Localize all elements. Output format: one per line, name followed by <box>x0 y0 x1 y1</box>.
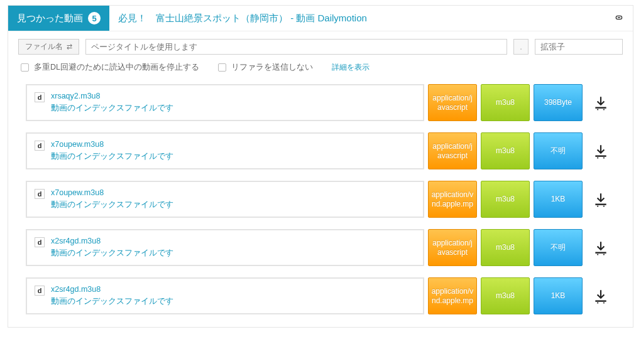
list-item: dx7oupew.m3u8動画のインデックスファイルですapplication/… <box>26 181 615 218</box>
svg-rect-10 <box>597 254 598 255</box>
svg-rect-6 <box>595 203 606 205</box>
item-filename: x2sr4gd.m3u8 <box>51 285 173 294</box>
size-badge: 1KB <box>534 277 583 314</box>
source-badge-icon: d <box>35 141 45 151</box>
svg-rect-11 <box>603 254 605 255</box>
mime-badge: application/javascript <box>428 84 477 121</box>
item-text: xrsaqy2.m3u8動画のインデックスファイルです <box>51 92 173 114</box>
svg-rect-2 <box>603 109 605 110</box>
extension-input[interactable] <box>535 39 623 55</box>
download-button[interactable] <box>586 277 615 314</box>
size-badge: 398Byte <box>534 84 583 121</box>
item-card[interactable]: dx7oupew.m3u8動画のインデックスファイルです <box>26 132 424 169</box>
svg-rect-4 <box>597 157 598 158</box>
tab-count-badge: 5 <box>88 12 101 24</box>
size-badge: 不明 <box>534 229 583 266</box>
svg-rect-0 <box>595 107 606 108</box>
mime-badge: application/vnd.apple.mp <box>428 181 477 218</box>
size-badge: 不明 <box>534 132 583 169</box>
ext-badge: m3u8 <box>481 84 530 121</box>
show-details-link[interactable]: 詳細を表示 <box>332 63 370 72</box>
download-button[interactable] <box>586 84 615 121</box>
item-text: x2sr4gd.m3u8動画のインデックスファイルです <box>51 285 173 307</box>
checkbox-stop-loading-label: 多重DL回避のために読込中の動画を停止する <box>34 62 199 73</box>
svg-rect-9 <box>595 252 606 253</box>
page-title: 必見！ 富士山絶景スポット（静岡市） - 動画 Dailymotion <box>109 13 605 24</box>
link-icon[interactable] <box>614 13 624 24</box>
item-card[interactable]: dx7oupew.m3u8動画のインデックスファイルです <box>26 181 424 218</box>
svg-rect-5 <box>603 157 605 158</box>
ext-badge: m3u8 <box>481 181 530 218</box>
item-description: 動画のインデックスファイルです <box>51 151 173 162</box>
list-item: dx2sr4gd.m3u8動画のインデックスファイルですapplication/… <box>26 229 615 266</box>
download-button[interactable] <box>586 132 615 169</box>
item-card[interactable]: dxrsaqy2.m3u8動画のインデックスファイルです <box>26 84 424 121</box>
item-filename: x7oupew.m3u8 <box>51 140 173 149</box>
filename-mode-label: ファイル名 <box>25 41 63 52</box>
source-badge-icon: d <box>35 92 45 102</box>
svg-rect-8 <box>603 205 605 206</box>
header: 見つかった動画 5 必見！ 富士山絶景スポット（静岡市） - 動画 Dailym… <box>8 6 633 31</box>
svg-rect-14 <box>603 302 605 303</box>
svg-rect-13 <box>597 302 598 303</box>
item-text: x7oupew.m3u8動画のインデックスファイルです <box>51 140 173 162</box>
svg-rect-7 <box>597 205 598 206</box>
item-description: 動画のインデックスファイルです <box>51 248 173 259</box>
checkbox-stop-loading[interactable]: 多重DL回避のために読込中の動画を停止する <box>21 62 199 73</box>
ext-badge: m3u8 <box>481 229 530 266</box>
filename-input[interactable] <box>85 39 507 55</box>
filename-mode-button[interactable]: ファイル名 ⇄ <box>18 39 79 55</box>
swap-icon: ⇄ <box>67 43 72 51</box>
item-card[interactable]: dx2sr4gd.m3u8動画のインデックスファイルです <box>26 229 424 266</box>
svg-rect-1 <box>597 109 598 110</box>
mime-badge: application/javascript <box>428 229 477 266</box>
tab-found-videos[interactable]: 見つかった動画 5 <box>8 6 109 31</box>
list-item: dxrsaqy2.m3u8動画のインデックスファイルですapplication/… <box>26 84 615 121</box>
source-badge-icon: d <box>35 286 45 296</box>
source-badge-icon: d <box>35 237 45 247</box>
tab-label: 見つかった動画 <box>17 13 83 24</box>
size-badge: 1KB <box>534 181 583 218</box>
item-card[interactable]: dx2sr4gd.m3u8動画のインデックスファイルです <box>26 277 424 314</box>
item-filename: xrsaqy2.m3u8 <box>51 92 173 100</box>
svg-rect-3 <box>595 155 606 156</box>
item-description: 動画のインデックスファイルです <box>51 296 173 307</box>
ext-badge: m3u8 <box>481 132 530 169</box>
checkbox-no-referrer[interactable]: リファラを送信しない <box>218 62 313 73</box>
item-filename: x2sr4gd.m3u8 <box>51 237 173 245</box>
list-item: dx2sr4gd.m3u8動画のインデックスファイルですapplication/… <box>26 277 615 314</box>
mime-badge: application/javascript <box>428 132 477 169</box>
item-text: x2sr4gd.m3u8動画のインデックスファイルです <box>51 237 173 259</box>
checkbox-no-referrer-label: リファラを送信しない <box>231 62 313 73</box>
item-filename: x7oupew.m3u8 <box>51 188 173 197</box>
ext-badge: m3u8 <box>481 277 530 314</box>
source-badge-icon: d <box>35 189 45 199</box>
item-text: x7oupew.m3u8動画のインデックスファイルです <box>51 188 173 210</box>
options-row: 多重DL回避のために読込中の動画を停止する リファラを送信しない 詳細を表示 <box>8 60 633 84</box>
item-description: 動画のインデックスファイルです <box>51 200 173 210</box>
checkbox-icon <box>21 63 29 72</box>
list-item: dx7oupew.m3u8動画のインデックスファイルですapplication/… <box>26 132 615 169</box>
checkbox-icon <box>218 63 226 72</box>
download-button[interactable] <box>586 229 615 266</box>
svg-rect-12 <box>595 300 606 301</box>
filename-row: ファイル名 ⇄ . <box>8 31 633 60</box>
dot-separator: . <box>513 39 529 55</box>
panel: 見つかった動画 5 必見！ 富士山絶景スポット（静岡市） - 動画 Dailym… <box>8 5 633 328</box>
mime-badge: application/vnd.apple.mp <box>428 277 477 314</box>
download-button[interactable] <box>586 181 615 218</box>
item-description: 動画のインデックスファイルです <box>51 103 173 114</box>
video-list: dxrsaqy2.m3u8動画のインデックスファイルですapplication/… <box>8 84 633 314</box>
